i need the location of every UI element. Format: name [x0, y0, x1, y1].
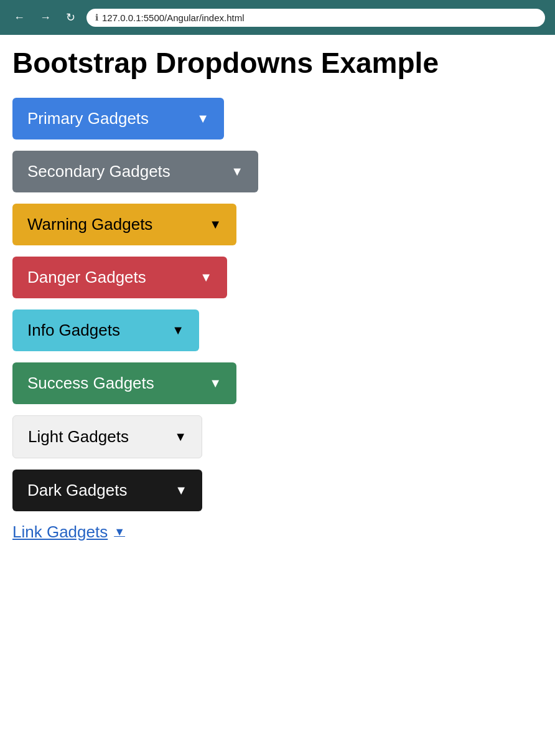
success-dropdown-label: Success Gadgets — [27, 374, 154, 393]
page-content: Bootstrap Dropdowns Example Primary Gadg… — [0, 35, 555, 567]
dropdown-dark: Dark Gadgets ▼ — [12, 470, 543, 511]
dropdown-primary: Primary Gadgets ▼ — [12, 98, 543, 139]
secondary-chevron-icon: ▼ — [231, 164, 243, 179]
dropdown-info: Info Gadgets ▼ — [12, 309, 543, 351]
primary-chevron-icon: ▼ — [197, 111, 209, 126]
danger-dropdown-button[interactable]: Danger Gadgets ▼ — [12, 257, 227, 298]
warning-dropdown-button[interactable]: Warning Gadgets ▼ — [12, 204, 236, 245]
secondary-dropdown-label: Secondary Gadgets — [27, 162, 170, 181]
dropdown-list: Primary Gadgets ▼ Secondary Gadgets ▼ Wa… — [12, 98, 543, 542]
primary-dropdown-button[interactable]: Primary Gadgets ▼ — [12, 98, 224, 139]
info-chevron-icon: ▼ — [172, 323, 184, 338]
info-icon: ℹ — [95, 12, 98, 22]
link-dropdown-label: Link Gadgets — [12, 522, 108, 542]
page-title: Bootstrap Dropdowns Example — [12, 47, 543, 79]
primary-dropdown-label: Primary Gadgets — [27, 109, 149, 128]
info-dropdown-button[interactable]: Info Gadgets ▼ — [12, 309, 199, 351]
light-dropdown-button[interactable]: Light Gadgets ▼ — [12, 415, 202, 458]
address-text: 127.0.0.1:5500/Angular/index.html — [102, 12, 245, 23]
dark-chevron-icon: ▼ — [175, 483, 187, 498]
danger-dropdown-label: Danger Gadgets — [27, 268, 146, 287]
warning-chevron-icon: ▼ — [209, 217, 222, 232]
link-chevron-icon: ▼ — [114, 526, 125, 539]
dropdown-warning: Warning Gadgets ▼ — [12, 204, 543, 245]
warning-dropdown-label: Warning Gadgets — [27, 215, 152, 234]
reload-button[interactable]: ↻ — [62, 8, 79, 27]
address-bar[interactable]: ℹ 127.0.0.1:5500/Angular/index.html — [86, 9, 545, 27]
light-chevron-icon: ▼ — [174, 430, 187, 444]
dropdown-light: Light Gadgets ▼ — [12, 415, 543, 458]
light-dropdown-label: Light Gadgets — [28, 427, 129, 447]
dark-dropdown-label: Dark Gadgets — [27, 481, 127, 500]
dropdown-link: Link Gadgets ▼ — [12, 522, 543, 542]
dropdown-success: Success Gadgets ▼ — [12, 362, 543, 404]
info-dropdown-label: Info Gadgets — [27, 321, 120, 340]
secondary-dropdown-button[interactable]: Secondary Gadgets ▼ — [12, 151, 258, 192]
dropdown-danger: Danger Gadgets ▼ — [12, 257, 543, 298]
success-chevron-icon: ▼ — [209, 376, 222, 390]
dropdown-secondary: Secondary Gadgets ▼ — [12, 151, 543, 192]
dark-dropdown-button[interactable]: Dark Gadgets ▼ — [12, 470, 202, 511]
danger-chevron-icon: ▼ — [200, 270, 212, 285]
browser-chrome: ← → ↻ ℹ 127.0.0.1:5500/Angular/index.htm… — [0, 0, 555, 35]
success-dropdown-button[interactable]: Success Gadgets ▼ — [12, 362, 236, 404]
link-dropdown-button[interactable]: Link Gadgets ▼ — [12, 522, 125, 542]
forward-button[interactable]: → — [36, 9, 55, 27]
back-button[interactable]: ← — [10, 9, 29, 27]
